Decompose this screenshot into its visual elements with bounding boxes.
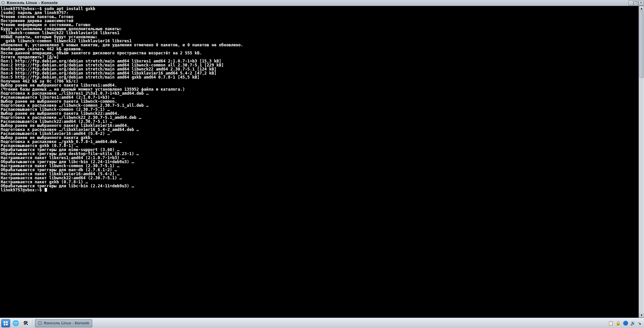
terminal-line: Построение дерева зависимостей (1, 19, 638, 23)
taskbar-item-label: Консоль Linux - Konsole (44, 321, 89, 325)
maximize-button[interactable]: ❐ (634, 1, 638, 5)
system-tray: 📋 🔒 🔵 🔊 ↘ (607, 321, 643, 326)
browser-launcher[interactable]: 🌐 (11, 319, 20, 327)
terminal-line: linok9757@vbox:~$ sudo apt install gxkb (1, 7, 638, 11)
scroll-thumb[interactable] (639, 11, 644, 78)
terminal-icon: 🖵 (38, 321, 42, 326)
terminal-line: Подготовка к распаковке …/gxkb_0.7.8-1_a… (1, 140, 638, 144)
svg-rect-3 (6, 324, 8, 325)
terminal-line: Настраивается пакет libwnck22:amd64 (2.3… (1, 176, 638, 180)
tray-clipboard-icon[interactable]: 📋 (608, 321, 613, 326)
window-buttons: – ❐ ✕ (629, 1, 643, 5)
window-titlebar: 🖵 Консоль Linux - Konsole – ❐ ✕ (0, 0, 644, 6)
taskbar-item-konsole[interactable]: 🖵 Консоль Linux - Konsole (35, 319, 92, 327)
settings-launcher[interactable]: 🛠 (21, 319, 30, 327)
tray-volume-icon[interactable]: 🔊 (630, 321, 636, 326)
terminal-line: Пол:5 http://ftp.debian.org/debian stret… (1, 75, 638, 79)
terminal-line: После данной операции, объём занятого ди… (1, 51, 638, 55)
taskbar: 🌐 🛠 🖵 Консоль Linux - Konsole 📋 🔒 🔵 🔊 ↘ (0, 318, 644, 328)
terminal[interactable]: linok9757@vbox:~$ sudo apt install gxkb[… (0, 6, 639, 318)
terminal-line: Обрабатываются триггеры для libc-bin (2.… (1, 184, 638, 188)
svg-rect-0 (4, 321, 5, 323)
tray-network-icon[interactable]: 🔵 (623, 321, 628, 326)
scroll-down-button[interactable]: ▼ (639, 313, 644, 318)
svg-rect-1 (6, 321, 8, 323)
minimize-button[interactable]: – (629, 1, 633, 5)
terminal-line: linok9757@vbox:~$ (1, 188, 638, 192)
terminal-line: обновлено 0, установлено 5 новых пакетов… (1, 43, 638, 47)
terminal-line: Чтение списков пакетов… Готово (1, 15, 638, 19)
scroll-up-button[interactable]: ▲ (639, 6, 644, 10)
start-menu-button[interactable] (1, 319, 10, 327)
terminal-container: linok9757@vbox:~$ sudo apt install gxkb[… (0, 6, 644, 318)
app-icon: 🖵 (1, 1, 5, 5)
close-button[interactable]: ✕ (639, 1, 643, 5)
terminal-line: [sudo] пароль для linok9757: (1, 11, 638, 15)
prompt: linok9757@vbox:~$ (1, 188, 44, 192)
taskbar-separator (32, 320, 33, 327)
tray-expand-icon[interactable]: ↘ (638, 321, 641, 326)
window-title: Консоль Linux - Konsole (7, 1, 629, 5)
cursor (45, 188, 47, 192)
scrollbar[interactable]: ▲ ▼ (639, 6, 644, 318)
tray-lock-icon[interactable]: 🔒 (615, 321, 621, 326)
terminal-line: Распаковывается libxklavier16:amd64 (5.4… (1, 132, 638, 136)
svg-rect-2 (4, 324, 5, 325)
